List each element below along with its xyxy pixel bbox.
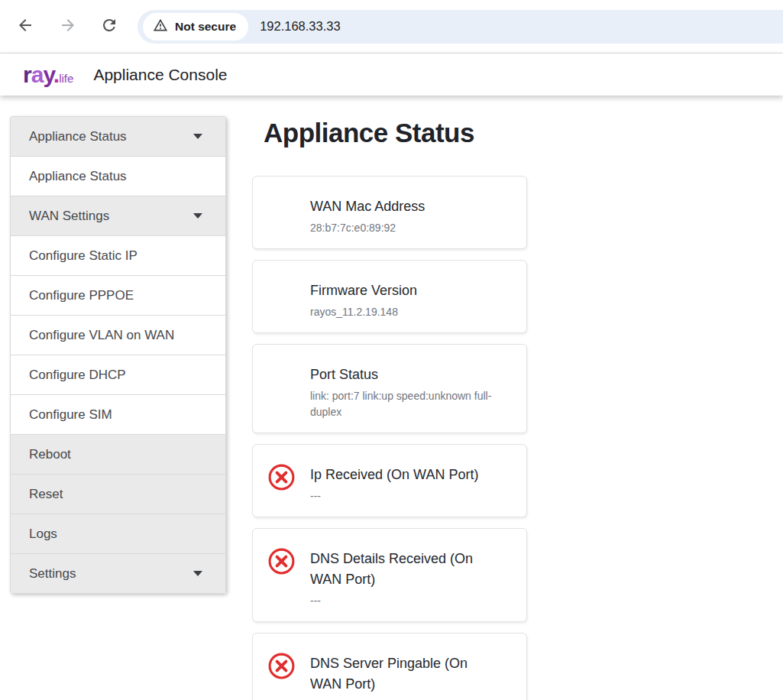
status-card-ip-received-on-wan-port: Ip Received (On WAN Port)---	[252, 444, 527, 517]
sidebar-item-configure-pppoe[interactable]: Configure PPPOE	[10, 275, 226, 316]
sidebar-item-label: Appliance Status	[29, 169, 127, 184]
chevron-down-icon	[193, 134, 202, 139]
sidebar-item-label: Settings	[29, 566, 76, 582]
sidebar-item-label: Reset	[29, 487, 63, 502]
ray-life-logo[interactable]: ray.life	[23, 63, 73, 86]
reload-icon	[100, 16, 118, 37]
url-text[interactable]: 192.168.33.33	[260, 19, 341, 34]
card-value: link: port:7 link:up speed:unknown full-…	[310, 388, 495, 420]
page-title: Appliance Status	[264, 116, 527, 150]
status-card-port-status: Port Statuslink: port:7 link:up speed:un…	[252, 344, 527, 433]
sidebar-item-label: Configure VLAN on WAN	[29, 328, 174, 343]
sidebar-item-label: WAN Settings	[29, 209, 109, 224]
status-cards: WAN Mac Address28:b7:7c:e0:89:92Firmware…	[252, 176, 527, 700]
sidebar-item-label: Configure DHCP	[29, 368, 126, 383]
sidebar-item-label: Logs	[29, 527, 57, 542]
card-body: DNS Details Received (On WAN Port)---	[310, 549, 495, 609]
sidebar-item-configure-static-ip[interactable]: Configure Static IP	[10, 235, 226, 276]
sidebar-item-label: Reboot	[29, 447, 71, 462]
card-title: Firmware Version	[310, 280, 417, 301]
card-body: Ip Received (On WAN Port)---	[310, 465, 478, 504]
card-body: Port Statuslink: port:7 link:up speed:un…	[310, 365, 495, 420]
card-body: WAN Mac Address28:b7:7c:e0:89:92	[310, 196, 425, 236]
error-icon	[253, 463, 310, 491]
logo-letter: r	[23, 62, 31, 87]
card-value: ---	[310, 488, 478, 504]
status-card-wan-mac-address: WAN Mac Address28:b7:7c:e0:89:92	[252, 176, 527, 249]
sidebar-item-appliance-status[interactable]: Appliance Status	[10, 156, 226, 196]
sidebar-group-wan-settings[interactable]: WAN Settings	[10, 196, 226, 236]
sidebar-group-appliance-status[interactable]: Appliance Status	[10, 116, 226, 157]
logo-letter: y	[43, 62, 53, 87]
card-title: Port Status	[310, 365, 495, 385]
security-label: Not secure	[175, 20, 236, 34]
sidebar-item-logs[interactable]: Logs	[10, 514, 226, 554]
address-bar[interactable]: Not secure 192.168.33.33	[138, 10, 783, 44]
browser-toolbar: Not secure 192.168.33.33	[0, 0, 783, 53]
browser-reload-button[interactable]	[98, 15, 121, 38]
chevron-down-icon	[193, 571, 202, 576]
page-content: Appliance StatusAppliance StatusWAN Sett…	[0, 96, 783, 700]
sidebar-item-label: Appliance Status	[29, 129, 127, 144]
status-card-dns-server-pingable-on-wan-port: DNS Server Pingable (On WAN Port)	[252, 633, 527, 700]
card-value: ---	[310, 593, 495, 609]
card-value: 28:b7:7c:e0:89:92	[310, 220, 425, 236]
status-card-firmware-version: Firmware Versionrayos_11.2.19.148	[252, 260, 527, 333]
logo-letter: a	[31, 62, 44, 87]
card-title: Ip Received (On WAN Port)	[310, 465, 478, 485]
sidebar-item-label: Configure PPPOE	[29, 288, 134, 303]
status-card-dns-details-received-on-wan-port: DNS Details Received (On WAN Port)---	[252, 528, 527, 622]
card-body: Firmware Versionrayos_11.2.19.148	[310, 280, 417, 320]
not-secure-chip[interactable]: Not secure	[143, 13, 248, 41]
card-body: DNS Server Pingable (On WAN Port)	[310, 653, 495, 695]
back-arrow-icon	[16, 16, 34, 37]
error-icon	[253, 547, 310, 575]
logo-suffix: life	[59, 72, 73, 85]
sidebar-item-label: Configure SIM	[29, 407, 112, 423]
sidebar-item-configure-dhcp[interactable]: Configure DHCP	[10, 355, 226, 395]
main-panel: Appliance Status WAN Mac Address28:b7:7c…	[252, 116, 527, 700]
card-title: DNS Details Received (On WAN Port)	[310, 549, 495, 590]
sidebar-item-reboot[interactable]: Reboot	[10, 434, 226, 475]
sidebar-group-settings[interactable]: Settings	[10, 553, 226, 594]
sidebar-item-configure-sim[interactable]: Configure SIM	[10, 394, 226, 435]
browser-back-button[interactable]	[14, 15, 37, 38]
forward-arrow-icon	[59, 16, 77, 37]
sidebar-item-configure-vlan-on-wan[interactable]: Configure VLAN on WAN	[10, 315, 226, 355]
card-title: DNS Server Pingable (On WAN Port)	[310, 653, 495, 695]
error-icon	[253, 652, 310, 680]
warning-triangle-icon	[153, 18, 168, 36]
card-value: rayos_11.2.19.148	[310, 304, 417, 320]
sidebar: Appliance StatusAppliance StatusWAN Sett…	[10, 116, 226, 594]
browser-forward-button[interactable]	[57, 15, 79, 38]
app-header: ray.life Appliance Console	[0, 53, 783, 96]
card-title: WAN Mac Address	[310, 196, 425, 217]
sidebar-item-reset[interactable]: Reset	[10, 474, 226, 514]
chevron-down-icon	[193, 213, 202, 219]
app-title: Appliance Console	[93, 66, 227, 84]
sidebar-item-label: Configure Static IP	[29, 248, 138, 264]
